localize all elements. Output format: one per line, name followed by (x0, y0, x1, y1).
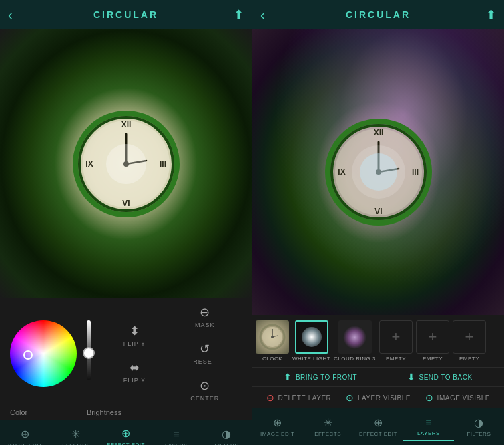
left-layers-icon: ≡ (173, 428, 179, 440)
mask-button[interactable]: ⊖ MASK (195, 305, 215, 328)
layer-empty-3-label: EMPTY (459, 356, 479, 362)
color-wheel-dot[interactable] (23, 350, 33, 360)
image-edit-label: IMAGE EDIT (8, 442, 42, 445)
image-visible-icon: ⊙ (425, 392, 434, 403)
flip-x-button[interactable]: ⬌ FLIP X (123, 360, 146, 384)
left-nav-effects[interactable]: ✳ EFFECTS (50, 424, 100, 445)
delete-layer-label: DELETE LAYER (278, 394, 332, 402)
layer-visible-label: LAYER VISIBLE (358, 394, 411, 402)
controls-right: ⬍ FLIP Y ⬌ FLIP X ⊖ MASK ↺ RESET (101, 305, 242, 402)
left-layers-label: LAYERS (165, 442, 188, 446)
right-nav-filters[interactable]: ◑ FILTERS (454, 413, 504, 440)
right-nav-effect-edit[interactable]: ⊕ EFFECT EDIT (353, 413, 403, 440)
visible-row: ⊖ DELETE LAYER ⊙ LAYER VISIBLE ⊙ IMAGE V… (252, 387, 504, 408)
layer-empty-1-label: EMPTY (386, 356, 406, 362)
right-image-edit-icon: ⊕ (273, 416, 282, 429)
image-edit-icon: ⊕ (21, 428, 29, 440)
left-share-button[interactable]: ⬆ (234, 7, 244, 22)
bring-to-front-icon: ⬆ (284, 372, 292, 382)
layer-white-light[interactable]: WHITE LIGHT (292, 320, 330, 362)
send-to-back-button[interactable]: ⬇ SEND TO BACK (407, 372, 473, 382)
right-image-bg: XII III VI IX (252, 29, 504, 315)
left-nav-layers[interactable]: ≡ LAYERS (151, 425, 201, 446)
delete-layer-button[interactable]: ⊖ DELETE LAYER (266, 392, 331, 403)
right-nav-layers[interactable]: ≡ LAYERS (403, 413, 453, 441)
svg-point-27 (271, 336, 274, 338)
labels-row: Color Brightness (0, 408, 252, 416)
effects-icon: ✳ (71, 428, 80, 440)
layer-white-light-thumb (295, 320, 328, 354)
right-nav-effects[interactable]: ✳ EFFECTS (302, 413, 352, 440)
svg-text:VI: VI (122, 199, 130, 208)
right-header-title: CIRCULAR (346, 9, 411, 20)
layer-clock[interactable]: CLOCK (256, 320, 289, 362)
right-image-area: XII III VI IX (252, 29, 504, 315)
effect-edit-label: EFFECT EDIT (107, 442, 145, 445)
layers-strip: CLOCK WHITE LIGHT CLOUD RING 3 + EMPTY +… (252, 315, 504, 367)
svg-point-10 (106, 144, 146, 184)
mask-icon: ⊖ (200, 305, 210, 320)
left-nav-filters[interactable]: ◑ FILTERS (202, 424, 252, 445)
flip-y-label: FLIP Y (123, 340, 146, 347)
right-image-edit-label: IMAGE EDIT (260, 431, 294, 437)
svg-text:XII: XII (373, 128, 383, 137)
left-image: XII III VI IX (0, 29, 252, 298)
layer-empty-1[interactable]: + EMPTY (379, 320, 413, 362)
flip-y-icon: ⬍ (130, 324, 140, 338)
svg-point-22 (352, 145, 405, 199)
brightness-slider[interactable] (87, 320, 91, 380)
right-filters-label: FILTERS (467, 431, 491, 437)
layer-empty-1-thumb: + (379, 320, 413, 354)
layer-clock-thumb (256, 320, 289, 354)
right-layers-label: LAYERS (417, 430, 440, 436)
image-visible-label: IMAGE VISIBLE (437, 394, 490, 402)
flip-y-button[interactable]: ⬍ FLIP Y (123, 324, 146, 347)
right-effects-icon: ✳ (324, 416, 332, 429)
right-share-button[interactable]: ⬆ (486, 7, 496, 22)
left-image-area: XII III VI IX (0, 29, 252, 298)
right-effect-edit-label: EFFECT EDIT (359, 431, 397, 437)
send-to-back-icon: ⬇ (407, 372, 416, 382)
effects-label: EFFECTS (62, 442, 89, 445)
svg-text:III: III (159, 159, 166, 169)
right-clock-svg: XII III VI IX (325, 119, 432, 226)
control-col-left: ⬍ FLIP Y ⬌ FLIP X (123, 324, 146, 384)
left-nav-effect-edit[interactable]: ⊕ EFFECT EDIT (101, 424, 151, 445)
left-filters-icon: ◑ (222, 428, 231, 440)
send-to-back-label: SEND TO BACK (419, 374, 472, 381)
image-visible-button[interactable]: ⊙ IMAGE VISIBLE (425, 392, 490, 403)
layer-empty-3[interactable]: + EMPTY (453, 320, 486, 362)
svg-text:XII: XII (121, 120, 131, 129)
left-panel: ‹ CIRCULAR ⬆ XII III VI IX (0, 0, 252, 445)
bring-to-front-button[interactable]: ⬆ BRING TO FRONT (284, 372, 357, 382)
layer-empty-2-label: EMPTY (423, 356, 443, 362)
right-effects-label: EFFECTS (314, 431, 341, 437)
layer-visible-button[interactable]: ⊙ LAYER VISIBLE (346, 392, 411, 403)
color-wheel[interactable] (10, 320, 77, 387)
controls-main: ⬍ FLIP Y ⬌ FLIP X ⊖ MASK ↺ RESET (0, 298, 252, 408)
right-back-button[interactable]: ‹ (260, 7, 265, 23)
layer-cloud-ring-3[interactable]: CLOUD RING 3 (334, 320, 376, 362)
layer-empty-2[interactable]: + EMPTY (416, 320, 449, 362)
effect-edit-icon: ⊕ (121, 427, 130, 440)
center-button[interactable]: ⊙ CENTER (190, 378, 219, 402)
right-filters-icon: ◑ (474, 416, 483, 429)
reset-button[interactable]: ↺ RESET (193, 342, 216, 365)
action-row: ⬆ BRING TO FRONT ⬇ SEND TO BACK (252, 367, 504, 387)
right-panel: ‹ CIRCULAR ⬆ XII III VI IX (252, 0, 504, 445)
brightness-thumb[interactable] (83, 347, 95, 359)
right-bottom: CLOCK WHITE LIGHT CLOUD RING 3 + EMPTY +… (252, 315, 504, 445)
left-nav-image-edit[interactable]: ⊕ IMAGE EDIT (0, 424, 50, 445)
right-image: XII III VI IX (252, 29, 504, 315)
left-bottom-nav: ⊕ IMAGE EDIT ✳ EFFECTS ⊕ EFFECT EDIT ≡ L… (0, 420, 252, 445)
right-header: ‹ CIRCULAR ⬆ (252, 0, 504, 29)
left-header-title: CIRCULAR (93, 9, 158, 20)
layer-empty-2-thumb: + (416, 320, 449, 354)
control-col-right: ⊖ MASK ↺ RESET ⊙ CENTER (190, 305, 219, 402)
left-back-button[interactable]: ‹ (8, 7, 13, 23)
right-bottom-nav: ⊕ IMAGE EDIT ✳ EFFECTS ⊕ EFFECT EDIT ≡ L… (252, 408, 504, 445)
color-label: Color (10, 408, 87, 416)
clock-svg: XII III VI IX (73, 111, 180, 217)
right-nav-image-edit[interactable]: ⊕ IMAGE EDIT (252, 413, 302, 440)
flip-x-label: FLIP X (123, 377, 146, 384)
